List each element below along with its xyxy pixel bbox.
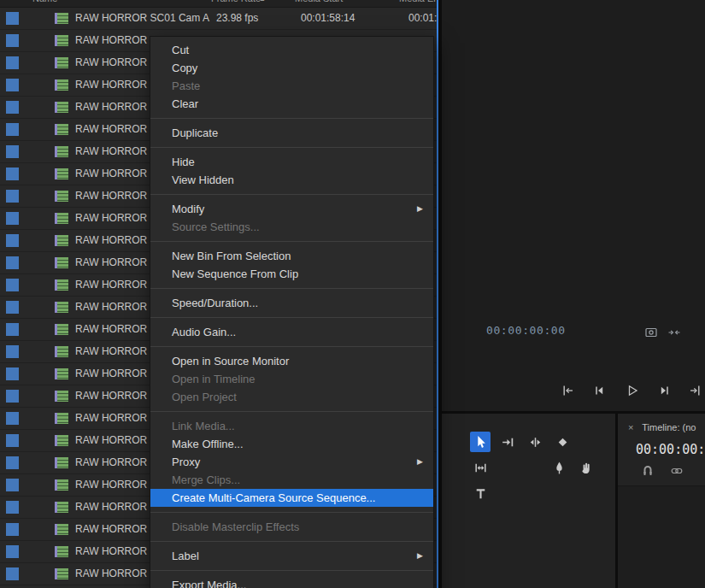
timeline-timecode[interactable]: 00:00:00:00 — [636, 442, 705, 457]
menu-item-label: Make Offline... — [172, 438, 244, 450]
av-clip-icon — [55, 257, 68, 268]
av-clip-icon — [55, 168, 68, 179]
pen-tool[interactable] — [549, 457, 569, 478]
selected-checkbox[interactable] — [6, 390, 19, 403]
fit-icon[interactable] — [667, 326, 681, 339]
menu-item-export-media[interactable]: Export Media... — [150, 576, 433, 588]
clip-name: RAW HORROR S — [75, 212, 157, 224]
selected-checkbox[interactable] — [6, 434, 19, 447]
menu-item-label: Merge Clips... — [172, 473, 240, 486]
selected-checkbox[interactable] — [6, 368, 19, 380]
selected-checkbox[interactable] — [6, 79, 19, 91]
clip-name: RAW HORROR S — [75, 523, 157, 535]
type-tool[interactable] — [470, 483, 491, 503]
step-forward-icon[interactable] — [657, 384, 673, 397]
selected-checkbox[interactable] — [6, 101, 19, 114]
column-header-media-start[interactable]: Media Start — [295, 0, 343, 3]
menu-item-clear[interactable]: Clear — [150, 95, 433, 113]
selected-checkbox[interactable] — [6, 323, 19, 336]
linked-selection-icon[interactable] — [671, 465, 683, 477]
selected-checkbox[interactable] — [6, 301, 19, 314]
menu-item-label: Clear — [172, 97, 198, 110]
menu-item-label[interactable]: Label▶ — [150, 547, 433, 565]
menu-item-label: Paste — [172, 79, 200, 92]
clip-name: RAW HORROR S — [75, 567, 157, 579]
selection-tool[interactable] — [470, 432, 491, 452]
clip-name: RAW HORROR S — [75, 79, 157, 91]
menu-item-copy[interactable]: Copy — [150, 59, 433, 77]
menu-item-label: Create Multi-Camera Source Sequence... — [172, 491, 375, 504]
go-to-out-icon[interactable] — [687, 384, 702, 397]
selected-checkbox[interactable] — [6, 12, 19, 25]
timeline-panel-title[interactable]: Timeline: (no — [642, 422, 696, 432]
track-select-forward-tool[interactable] — [497, 432, 518, 452]
menu-item-audio-gain[interactable]: Audio Gain... — [150, 323, 433, 341]
menu-item-new-sequence-from-clip[interactable]: New Sequence From Clip — [150, 265, 433, 283]
selected-checkbox[interactable] — [6, 56, 19, 69]
selected-checkbox[interactable] — [6, 123, 19, 136]
selected-checkbox[interactable] — [6, 501, 19, 514]
selected-checkbox[interactable] — [6, 190, 19, 203]
submenu-arrow-icon: ▶ — [417, 453, 423, 471]
selected-checkbox[interactable] — [6, 345, 19, 358]
play-icon[interactable] — [625, 384, 640, 397]
menu-item-source-settings: Source Settings... — [150, 218, 433, 236]
av-clip-icon — [55, 213, 68, 224]
menu-item-label: Open Project — [172, 391, 237, 403]
av-clip-icon — [55, 546, 68, 557]
menu-item-make-offline[interactable]: Make Offline... — [150, 435, 433, 453]
bin-column-headers: Name Frame Rate ▲ Media Start Media End — [0, 0, 438, 8]
selected-checkbox[interactable] — [6, 479, 19, 491]
step-back-icon[interactable] — [591, 384, 607, 397]
selected-checkbox[interactable] — [6, 212, 19, 225]
menu-separator — [150, 346, 433, 347]
hand-tool[interactable] — [576, 457, 596, 478]
slip-tool[interactable] — [470, 457, 491, 478]
menu-item-label: Cut — [172, 44, 189, 56]
menu-item-create-multi-camera-source-sequence[interactable]: Create Multi-Camera Source Sequence... — [150, 489, 433, 507]
selected-checkbox[interactable] — [6, 412, 19, 425]
column-header-name[interactable]: Name — [32, 0, 57, 3]
close-panel-icon[interactable]: × — [628, 422, 633, 432]
menu-item-label: Modify — [172, 203, 204, 215]
selected-checkbox[interactable] — [6, 145, 19, 158]
selected-checkbox[interactable] — [6, 567, 19, 580]
av-clip-icon — [55, 13, 68, 24]
menu-item-open-in-source-monitor[interactable]: Open in Source Monitor — [150, 352, 433, 370]
export-frame-icon[interactable] — [644, 326, 658, 339]
ripple-edit-tool[interactable] — [525, 432, 545, 452]
menu-item-proxy[interactable]: Proxy▶ — [150, 453, 433, 471]
menu-item-modify[interactable]: Modify▶ — [150, 200, 433, 218]
snap-icon[interactable] — [642, 465, 654, 477]
menu-separator — [150, 411, 433, 412]
menu-item-label: Link Media... — [172, 420, 235, 432]
menu-separator — [150, 241, 433, 242]
menu-item-label: Proxy — [172, 456, 200, 468]
clip-name: RAW HORROR SC01 Cam A — [75, 12, 209, 24]
selected-checkbox[interactable] — [6, 456, 19, 469]
selected-checkbox[interactable] — [6, 234, 19, 247]
selected-checkbox[interactable] — [6, 279, 19, 291]
program-monitor-panel: 00:00:00:00 — [442, 0, 705, 411]
menu-item-duplicate[interactable]: Duplicate — [150, 124, 433, 142]
selected-checkbox[interactable] — [6, 545, 19, 558]
menu-item-label: Disable Masterclip Effects — [172, 520, 299, 533]
razor-tool[interactable] — [552, 432, 573, 452]
go-to-in-icon[interactable] — [561, 384, 576, 397]
menu-item-view-hidden[interactable]: View Hidden — [150, 171, 433, 189]
selected-checkbox[interactable] — [6, 34, 19, 47]
selected-checkbox[interactable] — [6, 256, 19, 269]
menu-item-cut[interactable]: Cut — [150, 41, 433, 59]
menu-item-merge-clips: Merge Clips... — [150, 471, 433, 489]
menu-item-speed-duration[interactable]: Speed/Duration... — [150, 294, 433, 312]
table-row[interactable]: RAW HORROR SC01 Cam A23.98 fps00:01:58:1… — [0, 8, 438, 30]
selected-checkbox[interactable] — [6, 523, 19, 536]
column-header-frame-rate[interactable]: Frame Rate — [211, 0, 261, 3]
menu-item-hide[interactable]: Hide — [150, 153, 433, 171]
menu-item-link-media: Link Media... — [150, 417, 433, 435]
menu-item-new-bin-from-selection[interactable]: New Bin From Selection — [150, 247, 433, 265]
selected-checkbox[interactable] — [6, 168, 19, 180]
av-clip-icon — [55, 146, 68, 157]
column-header-media-end[interactable]: Media End — [399, 0, 438, 3]
timeline-toolbar — [642, 465, 683, 477]
